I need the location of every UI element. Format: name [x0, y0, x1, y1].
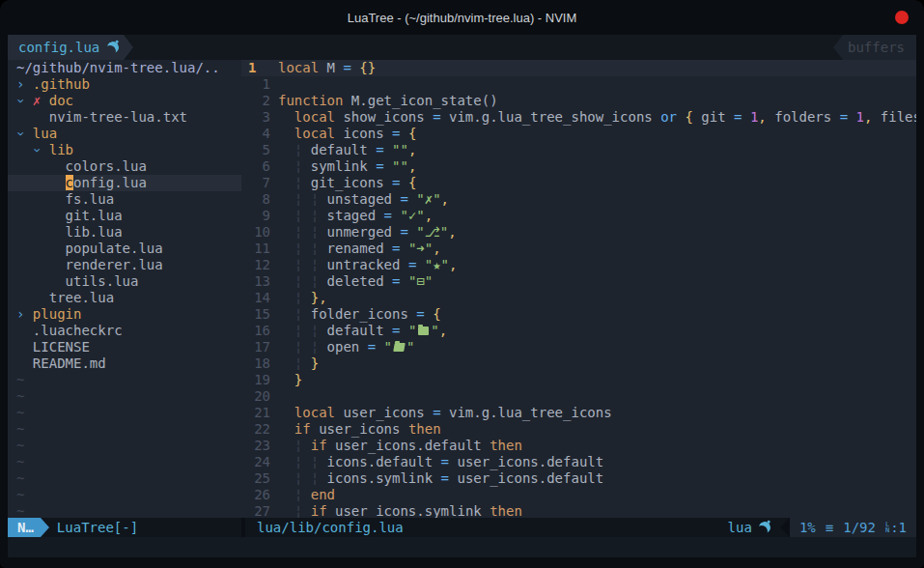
- code-text: ¦ ¦ renamed = "➜",: [270, 241, 441, 257]
- code-text: function M.get_icon_state(): [270, 93, 498, 109]
- tree-row[interactable]: LICENSE: [8, 339, 241, 355]
- code-text: local M = {}: [270, 60, 376, 76]
- tree-row[interactable]: utils.lua: [8, 273, 241, 290]
- empty-line-tilde: ~: [8, 470, 241, 487]
- tree-row[interactable]: › ✗ doc: [8, 93, 241, 109]
- line-number: 2: [241, 93, 270, 109]
- empty-line-tilde: ~: [8, 421, 241, 438]
- tree-row[interactable]: › .github: [8, 76, 241, 93]
- chevron-down-icon: ›: [13, 97, 29, 104]
- code-line[interactable]: 6 ¦ symlink = "",: [241, 158, 916, 175]
- editor-content: config.lua buffers ~/github/nvim-tree.lu…: [8, 35, 916, 557]
- line-number: 16: [241, 323, 270, 339]
- buffers-tab[interactable]: buffers: [843, 35, 916, 60]
- line-number: 3: [241, 109, 270, 126]
- line-number: 1: [241, 76, 270, 93]
- code-line[interactable]: 3 local show_icons = vim.g.lua_tree_show…: [241, 109, 916, 126]
- line-number: 4: [241, 126, 270, 142]
- code-text: ¦ ¦ unstaged = "✗",: [270, 191, 449, 208]
- tree-row[interactable]: git.lua: [8, 208, 241, 224]
- tree-row[interactable]: renderer.lua: [8, 257, 241, 273]
- code-line[interactable]: 19 }: [241, 372, 916, 388]
- tree-row[interactable]: README.md: [8, 355, 241, 372]
- code-line[interactable]: 8 ¦ ¦ unstaged = "✗",: [241, 191, 916, 208]
- tree-row[interactable]: ~/github/nvim-tree.lua/..: [8, 60, 241, 76]
- tree-row[interactable]: .luacheckrc: [8, 323, 241, 339]
- folder-open-icon: [393, 343, 406, 352]
- code-text: ¦ ¦ staged = "✓",: [270, 208, 433, 224]
- tree-buffer-name: LuaTree[-]: [49, 518, 138, 537]
- code-line[interactable]: 1: [241, 76, 916, 93]
- nvim-window: LuaTree - (~/github/nvim-tree.lua) - NVI…: [0, 0, 924, 568]
- lua-moon-icon: [106, 41, 121, 55]
- status-filetype: lua: [728, 520, 770, 535]
- folder-icon: [418, 327, 429, 335]
- cursor-position: 1/92: [843, 520, 876, 535]
- tree-row[interactable]: tree.lua: [8, 290, 241, 306]
- code-text: ¦ ¦ default = "",: [270, 323, 447, 339]
- lua-moon-icon: [758, 521, 772, 535]
- code-line[interactable]: 1local M = {}: [241, 60, 916, 76]
- tree-row[interactable]: populate.lua: [8, 241, 241, 257]
- chevron-down-icon: ›: [29, 146, 45, 154]
- code-line[interactable]: 20: [241, 388, 916, 405]
- code-text: ¦ end: [270, 487, 335, 503]
- tree-row[interactable]: › lib: [8, 142, 241, 158]
- line-number: 9: [241, 208, 270, 224]
- code-text: ¦ if user_icons.symlink then: [270, 503, 522, 518]
- tree-row[interactable]: config.lua: [8, 175, 241, 191]
- code-line[interactable]: 5 ¦ default = "",: [241, 142, 916, 158]
- empty-line-tilde: ~: [8, 454, 241, 470]
- empty-line-tilde: ~: [8, 372, 241, 388]
- line-number: 22: [241, 421, 270, 438]
- code-line[interactable]: 21 local user_icons = vim.g.lua_tree_ico…: [241, 405, 916, 421]
- code-line[interactable]: 22 if user_icons then: [241, 421, 916, 438]
- tree-row[interactable]: › lua: [8, 126, 241, 142]
- code-line[interactable]: 2function M.get_icon_state(): [241, 93, 916, 109]
- line-number: 8: [241, 191, 270, 208]
- code-editor-panel: 1local M = {}12function M.get_icon_state…: [241, 60, 916, 518]
- line-number: 21: [241, 405, 270, 421]
- tree-row[interactable]: fs.lua: [8, 191, 241, 208]
- tab-arrow-separator: [124, 35, 133, 60]
- code-text: ¦ symlink = "",: [270, 158, 416, 175]
- command-line[interactable]: [8, 537, 916, 557]
- code-line[interactable]: 14 ¦ },: [241, 290, 916, 306]
- line-number: 26: [241, 487, 270, 503]
- code-line[interactable]: 18 ¦ }: [241, 355, 916, 372]
- code-line[interactable]: 24 ¦ ¦ icons.default = user_icons.defaul…: [241, 454, 916, 470]
- tabline-spacer: [133, 35, 833, 60]
- tree-row[interactable]: colors.lua: [8, 158, 241, 175]
- line-number: 25: [241, 470, 270, 487]
- empty-line-tilde: ~: [8, 388, 241, 405]
- code-line[interactable]: 23 ¦ if user_icons.default then: [241, 438, 916, 454]
- code-line[interactable]: 4 local icons = {: [241, 126, 916, 142]
- code-text: local show_icons = vim.g.lua_tree_show_i…: [270, 109, 916, 126]
- code-statusline: lua/lib/config.lua lua 1% ≡ 1/92 L N: [245, 518, 916, 537]
- code-line[interactable]: 15 ¦ folder_icons = {: [241, 306, 916, 323]
- tree-row[interactable]: › plugin: [8, 306, 241, 323]
- code-line[interactable]: 17 ¦ ¦ open = "": [241, 339, 916, 355]
- code-line[interactable]: 27 ¦ if user_icons.symlink then: [241, 503, 916, 518]
- code-line[interactable]: 12 ¦ ¦ untracked = "★",: [241, 257, 916, 273]
- code-line[interactable]: 10 ¦ ¦ unmerged = "⎇",: [241, 224, 916, 241]
- code-line[interactable]: 26 ¦ end: [241, 487, 916, 503]
- line-number: 10: [241, 224, 270, 241]
- line-number: 24: [241, 454, 270, 470]
- code-line[interactable]: 16 ¦ ¦ default = "",: [241, 323, 916, 339]
- statusline: N… LuaTree[-] lua/lib/config.lua lua 1% …: [8, 518, 916, 537]
- buffers-arrow-separator: [833, 35, 843, 60]
- main-area: ~/github/nvim-tree.lua/..› .github› ✗ do…: [8, 60, 916, 518]
- tree-row[interactable]: lib.lua: [8, 224, 241, 241]
- line-number: 14: [241, 290, 270, 306]
- code-line[interactable]: 11 ¦ ¦ renamed = "➜",: [241, 241, 916, 257]
- close-button[interactable]: [895, 11, 909, 24]
- file-tree-panel: ~/github/nvim-tree.lua/..› .github› ✗ do…: [8, 60, 241, 518]
- code-line[interactable]: 25 ¦ ¦ icons.symlink = user_icons.defaul…: [241, 470, 916, 487]
- code-line[interactable]: 13 ¦ ¦ deleted = "⊟": [241, 273, 916, 290]
- tab-config-lua[interactable]: config.lua: [8, 35, 124, 60]
- code-line[interactable]: 9 ¦ ¦ staged = "✓",: [241, 208, 916, 224]
- code-line[interactable]: 7 ¦ git_icons = {: [241, 175, 916, 191]
- line-number: 17: [241, 339, 270, 355]
- tree-row[interactable]: nvim-tree-lua.txt: [8, 109, 241, 126]
